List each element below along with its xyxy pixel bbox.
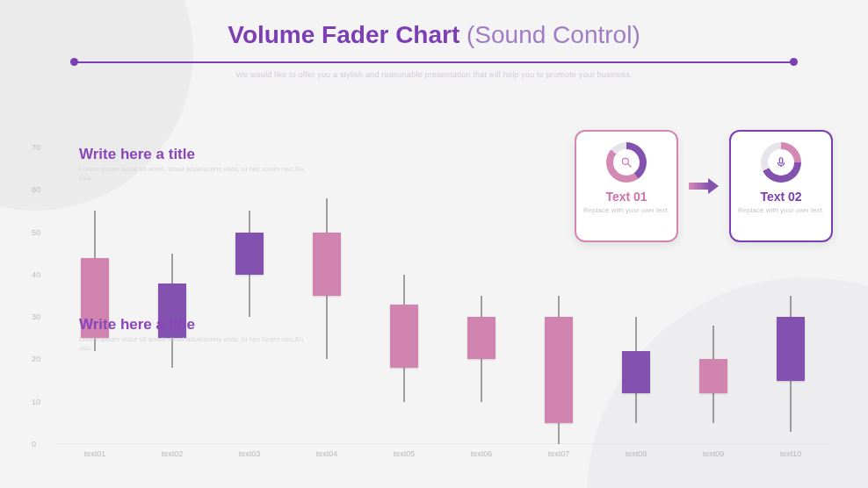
x-tick: text02	[134, 449, 211, 458]
annotation-bottom: Write here a title Lorem ipsum dolor sit…	[79, 316, 307, 354]
candle	[451, 147, 512, 444]
y-axis: 010203040506070	[32, 147, 40, 444]
svg-rect-2	[779, 158, 783, 163]
x-tick: text08	[597, 449, 675, 458]
candle	[219, 147, 280, 444]
card-text01-body: Replace with your own text.	[583, 206, 669, 215]
divider	[74, 61, 794, 63]
x-tick: text07	[520, 449, 597, 458]
x-tick: text01	[56, 449, 134, 458]
card-text02-title: Text 02	[760, 190, 801, 204]
x-tick: text05	[365, 449, 443, 458]
x-tick: text03	[211, 449, 288, 458]
info-cards: Text 01 Replace with your own text. Text…	[575, 130, 833, 242]
card-text02-body: Replace with your own text.	[738, 206, 824, 215]
candle	[141, 147, 203, 444]
annotation-bottom-title: Write here a title	[79, 316, 307, 334]
tagline: We would like to offer you a stylish and…	[0, 70, 868, 79]
x-tick: text06	[443, 449, 520, 458]
x-tick: text09	[675, 449, 752, 458]
x-tick: text04	[288, 449, 365, 458]
arrow-icon	[689, 178, 719, 194]
candle	[296, 147, 358, 444]
annotation-top-body: Lorem ipsum dolor sit amet, simul adoles…	[79, 165, 307, 183]
title-main: Volume Fader Chart	[228, 21, 459, 48]
svg-point-0	[622, 158, 628, 164]
title-sub: (Sound Control)	[459, 21, 640, 48]
page-title: Volume Fader Chart (Sound Control)	[0, 21, 868, 49]
microphone-icon	[761, 142, 801, 183]
candle	[373, 147, 435, 444]
svg-line-1	[628, 164, 632, 168]
search-icon	[606, 142, 647, 183]
card-text02: Text 02 Replace with your own text.	[729, 130, 833, 242]
card-text01-title: Text 01	[605, 190, 647, 204]
x-axis-labels: text01text02text03text04text05text06text…	[56, 449, 829, 458]
annotation-top: Write here a title Lorem ipsum dolor sit…	[79, 146, 307, 183]
annotation-top-title: Write here a title	[79, 146, 307, 163]
card-text01: Text 01 Replace with your own text.	[575, 130, 678, 242]
candle	[64, 147, 126, 444]
annotation-bottom-body: Lorem ipsum dolor sit amet, simul adoles…	[79, 335, 307, 354]
x-tick: text10	[752, 449, 829, 458]
